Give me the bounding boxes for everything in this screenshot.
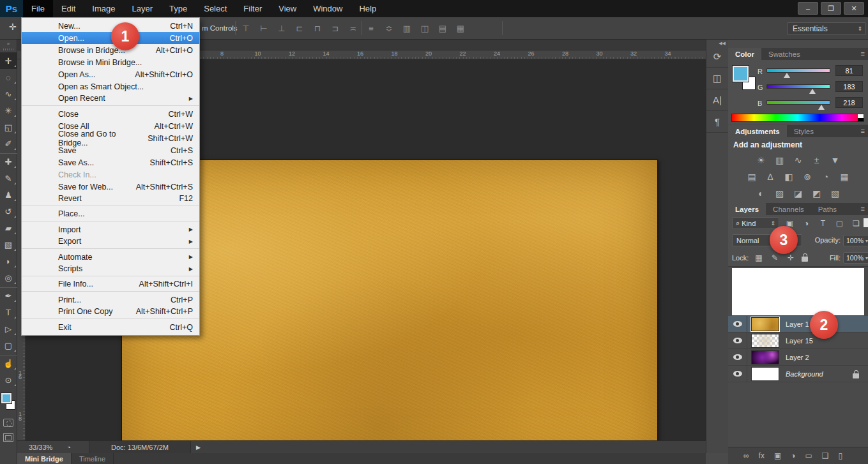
slider-thumb[interactable] <box>809 89 816 94</box>
align-icon[interactable]: ≍ <box>347 22 359 34</box>
align-icon[interactable]: ⊤ <box>240 22 252 34</box>
lock-transparency-icon[interactable]: ▦ <box>754 253 764 263</box>
file-menu-item[interactable]: Automate ▶ <box>22 251 199 263</box>
menu-item[interactable]: Image <box>84 0 123 17</box>
tool-button[interactable]: ◌ <box>0 69 17 86</box>
tool-button[interactable]: ⊙ <box>0 371 17 388</box>
align-icon[interactable]: ⊏ <box>294 22 305 34</box>
tab-color[interactable]: Color <box>728 48 761 60</box>
panel-menu-icon[interactable]: ≡ <box>861 127 865 135</box>
layer-name[interactable]: Layer 15 <box>786 337 813 345</box>
align-icon[interactable]: ⊐ <box>330 22 341 34</box>
adjustment-icon[interactable]: ◧ <box>782 170 796 183</box>
canvas-image[interactable] <box>121 160 658 462</box>
visibility-cell[interactable] <box>728 316 747 333</box>
align-icon[interactable]: ◫ <box>419 22 430 34</box>
menu-item[interactable]: Layer <box>124 0 162 17</box>
layer-filter-icon[interactable]: ❏ <box>851 218 862 228</box>
file-menu-item[interactable]: Export ▶ <box>22 236 199 249</box>
lock-all-icon[interactable] <box>802 257 808 262</box>
green-value[interactable]: 183 <box>835 81 863 92</box>
layer-row[interactable]: Layer 1 <box>728 316 868 333</box>
foreground-color-swatch[interactable] <box>733 66 749 82</box>
align-icon[interactable]: ⊥ <box>276 22 287 34</box>
zoom-level[interactable]: 33/33% <box>29 444 52 451</box>
file-menu-item[interactable]: Save for Web... Alt+Shift+Ctrl+S <box>22 181 199 193</box>
file-menu-item[interactable]: Place... <box>22 208 199 221</box>
tab-styles[interactable]: Styles <box>787 125 821 137</box>
layers-footer-icon[interactable]: ❑ <box>822 451 829 460</box>
tab-channels[interactable]: Channels <box>766 203 811 215</box>
adjustment-icon[interactable]: ⊚ <box>800 170 814 183</box>
screen-mode-button[interactable] <box>3 433 13 442</box>
visibility-cell[interactable] <box>728 366 747 382</box>
green-slider[interactable] <box>766 84 830 89</box>
opacity-dropdown[interactable]: 100% ▾ <box>843 235 868 246</box>
bottom-tab[interactable]: Timeline <box>72 453 114 464</box>
file-menu-item[interactable]: New... Ctrl+N <box>22 20 199 32</box>
tool-button[interactable]: ◎ <box>0 269 17 286</box>
layer-thumbnail[interactable] <box>751 317 779 331</box>
filter-toggle-switch[interactable] <box>864 218 868 227</box>
layer-name[interactable]: Layer 2 <box>786 354 809 361</box>
layer-thumbnail[interactable] <box>751 334 779 348</box>
layers-footer-icon[interactable]: ◑ <box>791 451 795 460</box>
panel-icon[interactable]: ◫ <box>706 68 729 89</box>
layer-filter-icon[interactable]: T <box>818 218 828 228</box>
file-menu-item[interactable]: Open Recent ▶ <box>22 93 199 106</box>
menu-item[interactable]: Window <box>305 0 351 17</box>
layers-footer-icon[interactable]: fx <box>759 451 765 460</box>
tool-button[interactable]: ∿ <box>0 86 17 102</box>
tool-button[interactable]: ✒ <box>0 287 17 304</box>
adjustment-icon[interactable]: ∆ <box>763 170 777 183</box>
red-slider[interactable] <box>766 68 830 73</box>
tool-button[interactable]: ✚ <box>0 153 17 170</box>
layer-filter-icon[interactable]: ▢ <box>834 218 845 228</box>
workspace-switcher[interactable]: Essentials ⇕ <box>787 22 866 35</box>
tools-grip[interactable] <box>3 49 14 50</box>
tool-button[interactable]: T <box>0 304 17 320</box>
fill-dropdown[interactable]: 100% ▾ <box>843 252 868 264</box>
panel-icon[interactable]: ¶ <box>706 111 729 133</box>
panel-menu-icon[interactable]: ≡ <box>861 205 865 213</box>
tool-button[interactable]: ▢ <box>0 337 17 354</box>
blue-slider[interactable] <box>766 100 830 105</box>
lock-pixels-icon[interactable]: ✎ <box>770 253 780 263</box>
expand-tools-icon[interactable]: » <box>0 40 17 48</box>
tool-button[interactable]: ◗ <box>0 253 17 269</box>
tool-button[interactable]: ▧ <box>0 236 17 253</box>
red-value[interactable]: 81 <box>835 65 863 76</box>
kind-filter-dropdown[interactable]: ⌕ Kind ⇕ <box>732 217 779 229</box>
layer-row[interactable]: Background <box>728 366 868 382</box>
adjustment-icon[interactable]: ▨ <box>773 187 787 200</box>
tool-button[interactable]: ✐ <box>0 135 17 152</box>
foreground-color-swatch[interactable] <box>1 393 11 403</box>
adjustment-icon[interactable]: ▥ <box>773 154 787 167</box>
blue-value[interactable]: 218 <box>835 97 863 108</box>
tab-adjustments[interactable]: Adjustments <box>728 125 787 137</box>
adjustment-icon[interactable]: ◔ <box>819 170 833 183</box>
adjustment-icon[interactable]: ± <box>810 154 824 167</box>
menu-item[interactable]: Filter <box>235 0 270 17</box>
panel-icon[interactable]: A| <box>706 89 729 111</box>
file-menu-item[interactable]: Close Ctrl+W <box>22 108 199 120</box>
minimize-button[interactable]: – <box>798 2 818 15</box>
status-popup-arrow-icon[interactable]: ▶ <box>196 444 201 451</box>
panel-icon[interactable]: ⟳ <box>706 46 729 68</box>
tool-button[interactable]: ▷ <box>0 320 17 337</box>
layer-row[interactable]: Layer 15 <box>728 333 868 349</box>
layers-footer-icon[interactable]: ▯ <box>839 451 843 460</box>
document-size-readout[interactable]: Doc: 13/6M/67/2M <box>89 441 191 454</box>
tab-paths[interactable]: Paths <box>811 203 844 215</box>
slider-thumb[interactable] <box>784 73 790 78</box>
tool-button[interactable]: ✎ <box>0 170 17 186</box>
menu-item[interactable]: File <box>23 0 53 17</box>
color-spectrum-ramp[interactable] <box>731 114 864 122</box>
tool-button[interactable]: ✳ <box>0 102 17 119</box>
restore-button[interactable]: ❐ <box>821 2 841 15</box>
eye-icon[interactable] <box>733 371 742 377</box>
align-icon[interactable]: ≎ <box>383 22 395 34</box>
file-menu-item[interactable]: Save As... Shift+Ctrl+S <box>22 156 199 168</box>
file-menu-item[interactable]: Open As... Alt+Shift+Ctrl+O <box>22 68 199 80</box>
adjustment-icon[interactable]: ◐ <box>754 187 768 200</box>
